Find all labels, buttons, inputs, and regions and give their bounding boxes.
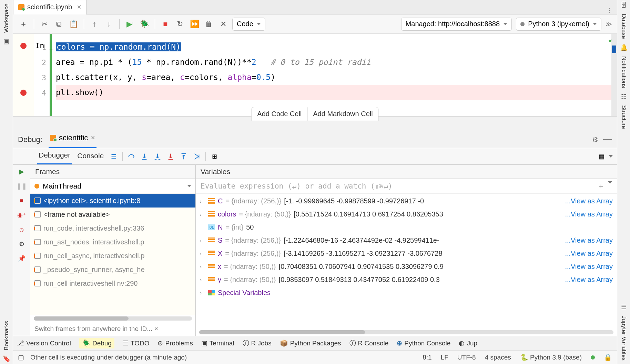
- debug-cell-button[interactable]: 🪲: [139, 19, 150, 30]
- breakpoint-line-1[interactable]: [20, 43, 27, 49]
- stack-frame[interactable]: run_cell_async, interactiveshell.p: [30, 249, 195, 263]
- restart-button[interactable]: ↻: [174, 19, 185, 30]
- vcs-toolwindow[interactable]: ⎇Version Control: [17, 339, 71, 347]
- todo-toolwindow[interactable]: ☰TODO: [123, 339, 150, 347]
- debug-settings-icon[interactable]: ⚙: [592, 135, 598, 144]
- view-as-array-link[interactable]: ...View as Array: [563, 263, 613, 271]
- toolwindow-quick-access-icon[interactable]: ▢: [18, 353, 24, 361]
- editor-scrollbar[interactable]: [611, 34, 617, 116]
- terminal-toolwindow[interactable]: ▣Terminal: [201, 339, 234, 347]
- expand-icon[interactable]: ›: [200, 277, 205, 283]
- evaluate-expression-icon[interactable]: ⊞: [210, 152, 219, 161]
- pause-icon[interactable]: ❚❚: [18, 182, 26, 190]
- stack-frame[interactable]: <ipython cell>, scientific.ipynb:8: [30, 194, 195, 208]
- breakpoint-line-4[interactable]: [20, 90, 27, 96]
- file-encoding[interactable]: UTF-8: [457, 354, 476, 361]
- connection-status-icon[interactable]: [591, 355, 595, 360]
- managed-server-select[interactable]: Managed: http://localhost:8888: [401, 18, 512, 31]
- debug-toolwindow[interactable]: 🪲Debug: [79, 338, 114, 348]
- pin-panel-icon[interactable]: 📌: [18, 254, 26, 263]
- expand-icon[interactable]: ›: [200, 264, 205, 270]
- structure-toolwindow[interactable]: Structure: [620, 103, 627, 131]
- toolbar-overflow-icon[interactable]: ≫: [606, 20, 612, 28]
- python-packages-toolwindow[interactable]: 📦Python Packages: [280, 339, 341, 347]
- editor-tab-scientific[interactable]: scientific.ipynb ✕: [13, 0, 87, 14]
- expand-icon[interactable]: ›: [200, 211, 205, 217]
- copy-button[interactable]: ⧉: [53, 19, 64, 30]
- jupyter-variables-toolwindow[interactable]: Jupyter Variables: [620, 314, 627, 363]
- view-as-array-link[interactable]: ...View as Array: [563, 250, 613, 257]
- threads-view-icon[interactable]: ☰: [109, 152, 118, 161]
- close-hint-icon[interactable]: ✕: [154, 326, 159, 332]
- add-code-cell-button[interactable]: Add Code Cell: [251, 107, 307, 121]
- expand-icon[interactable]: ›: [200, 251, 205, 256]
- readonly-lock-icon[interactable]: 🔒: [604, 353, 612, 361]
- variable-row[interactable]: › y = {ndarray: (50,)} [0.9853097 0.5184…: [196, 273, 617, 286]
- layout-settings-icon[interactable]: ▦: [597, 152, 606, 161]
- force-step-into-icon[interactable]: [166, 152, 175, 161]
- console-tab[interactable]: Console: [76, 149, 105, 164]
- jupyter-toolwindow[interactable]: ◐Jup: [459, 339, 477, 347]
- stop-button[interactable]: ■: [160, 19, 171, 30]
- bookmarks-toolwindow[interactable]: Bookmarks: [3, 319, 10, 352]
- add-cell-button[interactable]: ＋: [18, 19, 29, 30]
- frame-list[interactable]: <ipython cell>, scientific.ipynb:8 <fram…: [30, 194, 195, 315]
- variable-list[interactable]: › C = {ndarray: (256,)} [-1. -0.99969645…: [196, 194, 617, 329]
- stack-frame[interactable]: run_code, interactiveshell.py:336: [30, 221, 195, 235]
- rconsole-toolwindow[interactable]: ⓡR Console: [349, 339, 389, 348]
- frames-scrollbar[interactable]: [34, 316, 192, 321]
- stack-frame[interactable]: _pseudo_sync_runner, async_he: [30, 263, 195, 276]
- delete-cell-button[interactable]: 🗑: [203, 19, 214, 30]
- debug-more-settings-icon[interactable]: ⚙: [18, 240, 26, 248]
- variable-row[interactable]: › S = {ndarray: (256,)} [-1.22464680e-16…: [196, 234, 617, 247]
- variable-row[interactable]: › x = {ndarray: (50,)} [0.70408351 0.706…: [196, 260, 617, 273]
- stack-frame[interactable]: run_ast_nodes, interactiveshell.p: [30, 235, 195, 249]
- code-editor[interactable]: In _ 1 2 3 4 colors = np.random.rand(N) …: [13, 34, 617, 117]
- expand-icon[interactable]: ›: [200, 290, 205, 296]
- tab-options-icon[interactable]: ⋮: [607, 7, 613, 14]
- line-separator[interactable]: LF: [441, 354, 448, 361]
- evaluate-expression-input[interactable]: Evaluate expression (↵) or add a watch (…: [196, 179, 617, 194]
- kernel-select[interactable]: Python 3 (ipykernel): [516, 18, 601, 31]
- stack-frame[interactable]: <frame not available>: [30, 208, 195, 221]
- run-to-cursor-icon[interactable]: [192, 152, 201, 161]
- stop-debug-icon[interactable]: ■: [18, 196, 26, 205]
- run-cell-button[interactable]: ▶I: [124, 19, 135, 30]
- step-into-mycode-icon[interactable]: [153, 152, 162, 161]
- view-as-array-link[interactable]: ...View as Array: [563, 197, 613, 205]
- view-as-array-link[interactable]: ...View as Array: [563, 276, 613, 284]
- breakpoint-gutter[interactable]: [13, 34, 34, 116]
- step-into-icon[interactable]: [140, 152, 149, 161]
- variable-row[interactable]: 01 N = {int} 50: [196, 221, 617, 234]
- view-breakpoints-icon[interactable]: ◉⁺: [18, 211, 26, 219]
- variable-row[interactable]: › X = {ndarray: (256,)} [-3.14159265 -3.…: [196, 247, 617, 260]
- stack-frame[interactable]: run_cell interactiveshell nv:290: [30, 276, 195, 290]
- cut-button[interactable]: ✂: [39, 19, 50, 30]
- debugger-tab[interactable]: Debugger: [37, 148, 72, 164]
- close-tab-icon[interactable]: ✕: [77, 4, 81, 10]
- expand-icon[interactable]: ›: [200, 198, 205, 204]
- code-content[interactable]: colors = np.random.rand(N) area = np.pi …: [52, 34, 617, 116]
- indent-settings[interactable]: 4 spaces: [485, 354, 511, 361]
- interpreter-widget[interactable]: 🐍 Python 3.9 (base): [520, 353, 582, 361]
- rjobs-toolwindow[interactable]: ⓡR Jobs: [243, 339, 272, 348]
- close-debug-tab-icon[interactable]: ✕: [91, 134, 95, 141]
- chevron-down-icon[interactable]: [608, 181, 612, 184]
- run-all-button[interactable]: ⏩: [189, 19, 200, 30]
- workspace-toolwindow[interactable]: Workspace: [3, 1, 10, 35]
- problems-toolwindow[interactable]: ⊘Problems: [158, 339, 193, 347]
- cell-type-select[interactable]: Code: [232, 18, 265, 31]
- add-markdown-cell-button[interactable]: Add Markdown Cell: [307, 107, 378, 121]
- move-down-button[interactable]: ↓: [103, 19, 114, 30]
- caret-position[interactable]: 8:1: [423, 354, 431, 361]
- view-as-array-link[interactable]: ...View as Array: [563, 236, 613, 244]
- notifications-toolwindow[interactable]: Notifications: [620, 54, 627, 90]
- step-out-icon[interactable]: [179, 152, 188, 161]
- variable-row[interactable]: › colors = {ndarray: (50,)} [0.55171524 …: [196, 208, 617, 221]
- minimize-panel-icon[interactable]: —: [603, 134, 612, 144]
- resume-icon[interactable]: ▶: [18, 168, 26, 176]
- expand-icon[interactable]: ›: [200, 237, 205, 243]
- move-up-button[interactable]: ↑: [89, 19, 100, 30]
- thread-selector[interactable]: MainThread: [30, 179, 195, 194]
- variable-row[interactable]: › Special Variables: [196, 286, 617, 299]
